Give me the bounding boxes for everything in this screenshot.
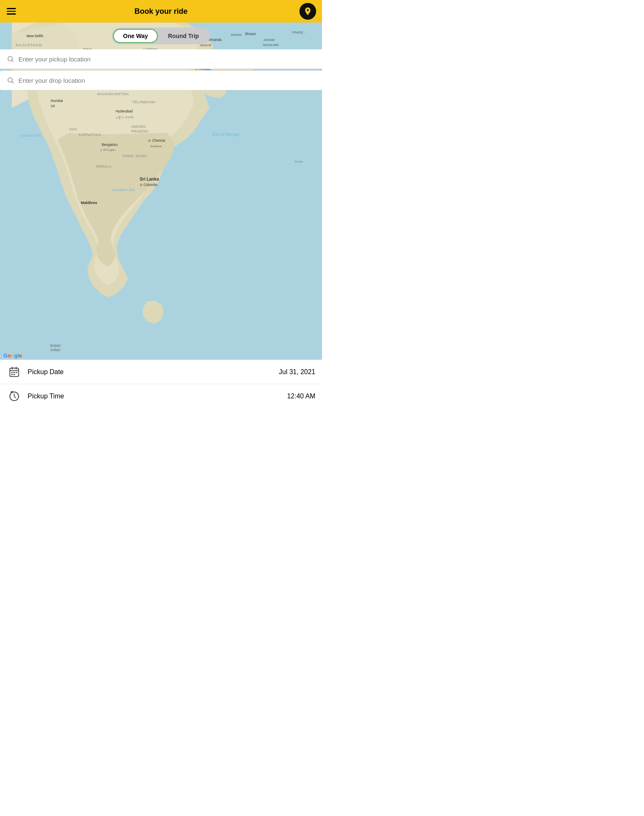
pickup-time-row[interactable]: Pickup Time 12:40 AM: [0, 384, 322, 408]
search-icon-pickup: [7, 55, 14, 63]
svg-text:मुंबई: मुंबई: [50, 104, 55, 108]
drop-input[interactable]: [18, 77, 315, 84]
svg-text:சென்னை: சென்னை: [151, 144, 162, 148]
svg-text:⊙ ಬೆಂಗಳೂರು: ⊙ ಬೆಂಗಳೂರು: [100, 148, 115, 152]
svg-text:Hyderabad: Hyderabad: [116, 109, 133, 113]
pickup-input-row: [0, 49, 322, 69]
svg-text:Bay of Bengal: Bay of Bengal: [212, 132, 239, 137]
pickup-input[interactable]: [18, 56, 315, 63]
svg-rect-51: [13, 374, 15, 375]
svg-text:NAGALAND: NAGALAND: [263, 43, 279, 46]
pickup-date-row[interactable]: Pickup Date Jul 31, 2021: [0, 360, 322, 384]
svg-text:Laccadive Sea: Laccadive Sea: [112, 188, 135, 192]
svg-text:Mumbai: Mumbai: [51, 99, 63, 103]
hamburger-menu-button[interactable]: [7, 8, 16, 15]
pickup-time-label: Pickup Time: [28, 393, 287, 400]
svg-text:Bengaluru: Bengaluru: [102, 143, 118, 147]
british-indian-label: BritishIndian: [50, 344, 61, 352]
svg-rect-47: [11, 372, 13, 373]
svg-rect-50: [11, 374, 13, 375]
drop-input-row: [0, 71, 322, 90]
svg-text:PRADESH: PRADESH: [131, 129, 148, 133]
svg-text:ASSAM: ASSAM: [264, 38, 275, 42]
pickup-date-value: Jul 31, 2021: [279, 368, 315, 376]
svg-text:GOA: GOA: [69, 127, 77, 131]
one-way-button[interactable]: One Way: [113, 29, 158, 43]
svg-text:TELANGANA: TELANGANA: [132, 100, 156, 104]
svg-rect-49: [16, 372, 18, 373]
svg-rect-48: [13, 372, 15, 373]
calendar-icon: [7, 365, 22, 380]
svg-text:MAHARASHTRA: MAHARASHTRA: [97, 92, 129, 96]
trip-type-toggle: One Way Round Trip: [112, 28, 210, 44]
svg-text:Andar...: Andar...: [295, 160, 306, 163]
svg-text:Arabian Sea: Arabian Sea: [20, 133, 41, 138]
svg-text:Bhutan: Bhutan: [245, 32, 256, 36]
svg-text:KERALA: KERALA: [96, 164, 112, 168]
app-logo: [299, 3, 316, 20]
page-title: Book your ride: [134, 7, 187, 16]
header: Book your ride: [0, 0, 322, 23]
clock-icon: [7, 389, 22, 404]
svg-text:Maldives: Maldives: [81, 201, 97, 205]
svg-text:RAJASTHAN: RAJASTHAN: [16, 43, 42, 47]
pickup-time-value: 12:40 AM: [287, 393, 315, 400]
bottom-panel: Pickup Date Jul 31, 2021 Pickup Time 12:…: [0, 360, 322, 408]
svg-text:ANDHRA: ANDHRA: [131, 125, 146, 129]
svg-text:⊙ హైదరాబాద్: ⊙ హైదరాబాద్: [116, 116, 134, 120]
svg-text:⊙ Chennai: ⊙ Chennai: [148, 138, 165, 143]
svg-text:PRADE...: PRADE...: [292, 31, 306, 34]
google-logo: Google: [3, 352, 22, 359]
search-container: [0, 49, 322, 90]
svg-text:New Delhi: New Delhi: [27, 34, 43, 38]
svg-text:⊙ Colombo: ⊙ Colombo: [140, 183, 158, 187]
svg-text:SIKKIM: SIKKIM: [231, 33, 241, 37]
round-trip-button[interactable]: Round Trip: [158, 29, 209, 43]
pickup-date-label: Pickup Date: [28, 368, 279, 376]
google-logo-text: G: [3, 352, 8, 359]
svg-text:TAMIL NADU: TAMIL NADU: [122, 154, 147, 158]
svg-text:Sri Lanka: Sri Lanka: [140, 177, 159, 181]
svg-text:KARNATAKA: KARNATAKA: [79, 133, 102, 137]
search-icon-drop: [7, 76, 14, 84]
